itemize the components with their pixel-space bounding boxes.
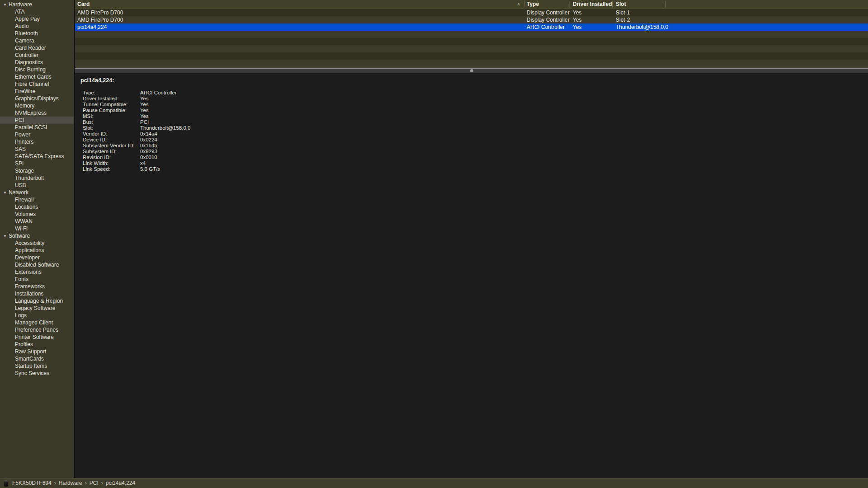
field-label: Subsystem Vendor ID: [83,143,140,149]
sidebar-item-parallel-scsi[interactable]: Parallel SCSI [0,124,74,131]
sidebar-item-logs[interactable]: Logs [0,312,74,319]
sidebar-item-printer-software[interactable]: Printer Software [0,333,74,341]
details-field: Pause Compatible:Yes [83,108,190,113]
field-label: Tunnel Compatible: [83,102,140,108]
breadcrumb-item: Hardware [59,480,82,486]
cell-type: AHCI Controller [527,23,565,31]
sidebar-item-extensions[interactable]: Extensions [0,268,74,276]
sidebar-item-accessibility[interactable]: Accessibility [0,239,74,247]
disclosure-triangle-icon[interactable]: ▼ [3,1,7,8]
table-row[interactable]: AMD FirePro D700Display ControllerYesSlo… [75,9,868,16]
status-bar: F5KX50DTF694›Hardware›PCI›pci14a4,224 [0,478,868,488]
sidebar-item-startup-items[interactable]: Startup Items [0,362,74,370]
field-label: Slot: [83,125,140,131]
sidebar-item-pci[interactable]: PCI [0,117,74,124]
sidebar-item-wi-fi[interactable]: Wi-Fi [0,225,74,232]
cell-card: pci14a4,224 [77,23,107,31]
field-label: Driver Installed: [83,96,140,102]
sidebar-section-label: Hardware [9,1,32,8]
table-row[interactable]: AMD FirePro D700Display ControllerYesSlo… [75,16,868,23]
details-field: Link Width:x4 [83,160,190,166]
column-header-card[interactable]: Card [77,0,90,9]
column-separator[interactable] [665,1,665,8]
field-value: 0x14a4 [140,131,157,136]
sidebar-item-profiles[interactable]: Profiles [0,341,74,348]
sidebar-item-sas[interactable]: SAS [0,145,74,153]
disclosure-triangle-icon[interactable]: ▼ [3,233,7,239]
field-label: Revision ID: [83,155,140,160]
sidebar-item-smartcards[interactable]: SmartCards [0,355,74,362]
sidebar-item-sync-services[interactable]: Sync Services [0,370,74,377]
column-header-type[interactable]: Type [527,0,539,9]
sidebar-item-applications[interactable]: Applications [0,247,74,254]
splitter-handle-icon [470,69,473,72]
field-value: x4 [140,160,146,166]
disclosure-triangle-icon[interactable]: ▼ [3,189,7,196]
sidebar-item-ata[interactable]: ATA [0,8,74,15]
sidebar-item-installations[interactable]: Installations [0,290,74,297]
cell-driver-installed: Yes [573,16,582,23]
sidebar-item-spi[interactable]: SPI [0,160,74,167]
sidebar-item-nvmexpress[interactable]: NVMExpress [0,109,74,117]
sidebar-item-fibre-channel[interactable]: Fibre Channel [0,80,74,88]
sidebar-item-apple-pay[interactable]: Apple Pay [0,15,74,23]
sidebar-section-network[interactable]: ▼Network [0,189,74,196]
sidebar-item-printers[interactable]: Printers [0,138,74,145]
details-field: Device ID:0x0224 [83,137,190,143]
details-field: Type:AHCI Controller [83,90,190,96]
sidebar-item-developer[interactable]: Developer [0,254,74,261]
sidebar-item-audio[interactable]: Audio [0,23,74,30]
sidebar-item-disc-burning[interactable]: Disc Burning [0,66,74,73]
sidebar-item-storage[interactable]: Storage [0,167,74,174]
sidebar: ▼HardwareATAApple PayAudioBluetoothCamer… [0,0,74,478]
sidebar-item-raw-support[interactable]: Raw Support [0,348,74,355]
sidebar-item-firewall[interactable]: Firewall [0,196,74,203]
cell-driver-installed: Yes [573,23,582,31]
sidebar-section-software[interactable]: ▼Software [0,232,74,239]
sidebar-item-ethernet-cards[interactable]: Ethernet Cards [0,73,74,80]
details-pane: pci14a4,224: Type:AHCI ControllerDriver … [75,73,868,478]
field-value: Thunderbolt@158,0,0 [140,125,190,131]
sidebar-item-camera[interactable]: Camera [0,37,74,44]
sidebar-item-locations[interactable]: Locations [0,203,74,211]
sidebar-item-legacy-software[interactable]: Legacy Software [0,305,74,312]
pci-table: Card ∧ Type Driver Installed Slot AMD Fi… [75,0,868,68]
sidebar-item-memory[interactable]: Memory [0,102,74,109]
details-field: MSI:Yes [83,113,190,119]
field-label: Vendor ID: [83,131,140,137]
sidebar-item-card-reader[interactable]: Card Reader [0,44,74,52]
sidebar-item-diagnostics[interactable]: Diagnostics [0,59,74,66]
table-row[interactable]: pci14a4,224AHCI ControllerYesThunderbolt… [75,23,868,31]
column-header-driver-installed[interactable]: Driver Installed [573,0,612,9]
sidebar-item-fonts[interactable]: Fonts [0,276,74,283]
sidebar-item-preference-panes[interactable]: Preference Panes [0,326,74,333]
column-header-slot[interactable]: Slot [616,0,626,9]
sidebar-item-bluetooth[interactable]: Bluetooth [0,30,74,37]
column-separator[interactable] [612,1,613,8]
sidebar-item-graphics-displays[interactable]: Graphics/Displays [0,95,74,102]
pane-splitter[interactable] [75,68,868,73]
sidebar-item-power[interactable]: Power [0,131,74,138]
sidebar-item-firewire[interactable]: FireWire [0,88,74,95]
sidebar-item-language-region[interactable]: Language & Region [0,297,74,305]
sidebar-item-usb[interactable]: USB [0,182,74,189]
field-label: Bus: [83,119,140,125]
sidebar-item-disabled-software[interactable]: Disabled Software [0,261,74,268]
sidebar-item-managed-client[interactable]: Managed Client [0,319,74,326]
column-separator[interactable] [570,1,570,8]
breadcrumb-separator: › [54,480,56,486]
sidebar-item-frameworks[interactable]: Frameworks [0,283,74,290]
sidebar-section-hardware[interactable]: ▼Hardware [0,1,74,8]
sidebar-item-controller[interactable]: Controller [0,52,74,59]
sidebar-item-thunderbolt[interactable]: Thunderbolt [0,174,74,182]
sidebar-item-sata-sata-express[interactable]: SATA/SATA Express [0,153,74,160]
details-field: Subsystem ID:0x9293 [83,149,190,155]
cell-slot: Slot-1 [616,9,630,16]
field-label: Link Width: [83,160,140,166]
field-value: 0x1b4b [140,143,157,148]
sidebar-item-wwan[interactable]: WWAN [0,218,74,225]
sidebar-item-volumes[interactable]: Volumes [0,211,74,218]
column-separator[interactable] [524,1,524,8]
table-stripe [75,45,868,52]
mac-pro-icon [4,480,8,487]
